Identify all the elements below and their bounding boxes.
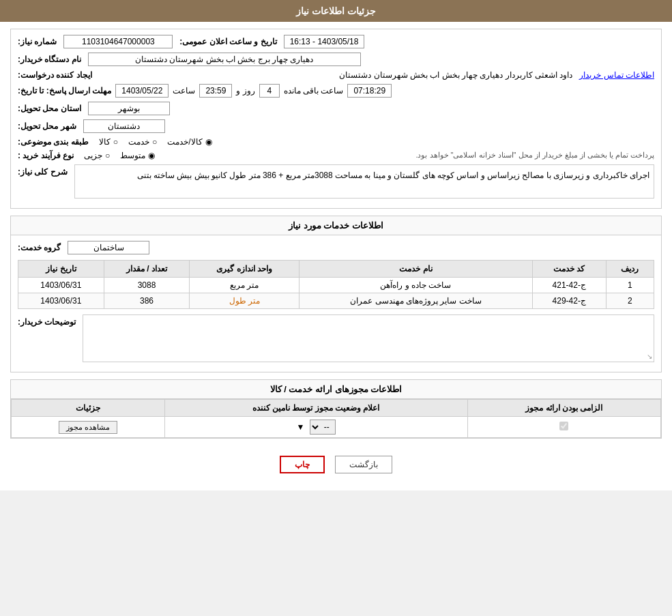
date-label: تاریخ و ساعت اعلان عمومی: [179,37,276,46]
contact-link[interactable]: اطلاعات تماس خریدار [579,70,654,80]
row-2-num: 2 [606,293,654,309]
row-2-name: ساخت سایر پروژه‌های مهندسی عمران [300,293,532,309]
row-1-name: ساخت جاده و راه‌آهن [300,278,532,293]
services-table: ردیف کد خدمت نام خدمت واحد اندازه گیری ت… [18,260,654,309]
permit-status-cell: -- ▼ [164,417,467,438]
col-header-name: نام خدمت [300,261,532,278]
city-label: شهر محل تحویل: [18,121,76,131]
category-khedmat: ○ خدمت [128,137,157,147]
radio-khedmat-icon: ○ [152,137,157,147]
permit-col-details: جزئیات [12,400,165,417]
resize-handle: ↘ [647,353,652,360]
col-header-row: ردیف [606,261,654,278]
table-row: 1 ج-42-421 ساخت جاده و راه‌آهن متر مربع … [18,278,654,293]
permit-status-select[interactable]: -- [310,420,336,435]
row-2-unit: متر طول [190,293,300,309]
col-header-unit: واحد اندازه گیری [190,261,300,278]
process-jozii: ○ جزیی [84,151,110,160]
print-button[interactable]: چاپ [280,456,325,473]
date-value: 1403/05/18 - 16:13 [284,35,365,48]
deadline-date: 1403/05/22 [115,84,169,98]
province-value: بوشهر [88,102,170,115]
dropdown-icon: ▼ [297,422,305,432]
group-value: ساختمان [68,241,149,254]
creator-label: ایجاد کننده درخواست: [18,70,92,80]
permit-required-checkbox [467,417,660,438]
buyer-name-label: نام دستگاه خریدار: [18,55,81,64]
deadline-remaining: 07:18:29 [347,84,392,98]
province-label: استان محل تحویل: [18,104,81,113]
notes-label: توضیحات خریدار: [18,314,76,327]
category-radio-group: ◉ کالا/خدمت ○ خدمت ○ کالا [99,137,212,147]
row-2-qty: 386 [104,293,190,309]
row-2-code: ج-42-429 [532,293,606,309]
process-label: نوع فرآیند خرید : [18,151,74,160]
description-label: شرح کلی نیاز: [18,164,68,177]
radio-motavasset-label: متوسط [120,151,145,160]
row-1-code: ج-42-421 [532,278,606,293]
notes-area[interactable]: ↘ [83,314,654,362]
back-button[interactable]: بازگشت [335,456,392,473]
radio-jozii-icon: ○ [105,151,110,160]
row-1-num: 1 [606,278,654,293]
process-motavasset: ◉ متوسط [120,151,155,160]
radio-kala-khedmat-label: کالا/خدمت [167,137,202,147]
footer-buttons: بازگشت چاپ [10,445,662,484]
permit-details-cell: مشاهده مجوز [12,417,165,438]
table-row: 2 ج-42-429 ساخت سایر پروژه‌های مهندسی عم… [18,293,654,309]
radio-kala-label: کالا [99,137,111,147]
permits-table: الزامی بودن ارائه مجوز اعلام وضعیت مجوز … [11,399,661,438]
services-section-title: اطلاعات خدمات مورد نیاز [11,216,661,235]
permit-col-required: الزامی بودن ارائه مجوز [467,400,660,417]
deadline-days-label: روز و [236,86,254,96]
category-kala-khedmat: ◉ کالا/خدمت [167,137,211,147]
permit-checkbox[interactable] [559,422,568,430]
col-header-code: کد خدمت [532,261,606,278]
page-title: جزئیات اطلاعات نیاز [0,0,672,22]
buyer-name-value: دهیاری چهار برج بخش اب بخش شهرستان دشتست… [88,53,361,66]
permit-row: -- ▼ مشاهده مجوز [12,417,661,438]
permits-section-title: اطلاعات مجوزهای ارائه خدمت / کالا [11,380,661,399]
process-radio-group: ◉ متوسط ○ جزیی [84,151,155,160]
radio-jozii-label: جزیی [84,151,102,160]
process-note: پرداخت تمام یا بخشی از مبلغ خریدار از مح… [165,151,654,160]
view-permit-button[interactable]: مشاهده مجوز [59,421,117,434]
need-number-value: 1103104647000003 [63,35,173,48]
col-header-date: تاریخ نیاز [18,261,104,278]
row-1-qty: 3088 [104,278,190,293]
deadline-label: مهلت ارسال پاسخ: تا تاریخ: [18,86,111,96]
row-1-date: 1403/06/31 [18,278,104,293]
description-value: اجرای خاکبرداری و زیرسازی با مصالح زیراس… [74,164,654,199]
row-1-unit: متر مربع [190,278,300,293]
row-2-date: 1403/06/31 [18,293,104,309]
radio-kala-khedmat-icon: ◉ [205,137,212,147]
creator-value: داود اشعثی کاربردار دهیاری چهار بخش اب ب… [99,70,573,80]
radio-khedmat-label: خدمت [128,137,149,147]
category-kala: ○ کالا [99,137,118,147]
need-number-label: شماره نیاز: [18,37,57,46]
group-label: گروه خدمت: [18,243,61,252]
deadline-time-label: ساعت [173,86,195,96]
deadline-days: 4 [259,84,280,98]
city-value: دشتستان [83,119,165,133]
deadline-time: 23:59 [199,84,232,98]
permit-col-status: اعلام وضعیت مجوز توسط نامین کننده [164,400,467,417]
radio-motavasset-icon: ◉ [148,151,155,160]
radio-kala-icon: ○ [113,137,118,147]
col-header-qty: تعداد / مقدار [104,261,190,278]
deadline-remaining-label: ساعت باقی مانده [284,86,344,96]
category-label: طبقه بندی موضوعی: [18,137,89,147]
